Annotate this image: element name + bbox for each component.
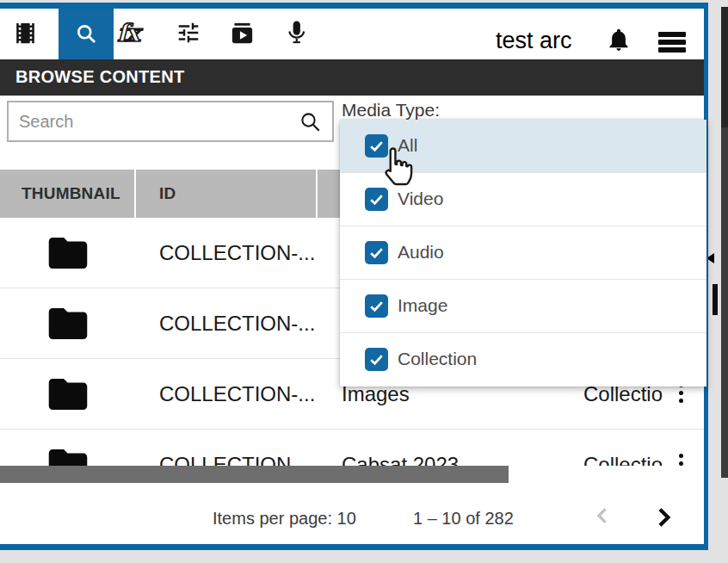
bell-icon — [606, 40, 632, 55]
effects-button[interactable]: fx — [117, 19, 139, 47]
previous-page-button[interactable] — [590, 504, 614, 531]
notifications-button[interactable] — [606, 27, 632, 56]
media-type-option-all[interactable]: All — [340, 120, 706, 173]
folder-icon — [45, 302, 91, 349]
search-tab-active[interactable] — [59, 9, 114, 59]
toolbar: fx test arc — [0, 9, 704, 59]
option-label: Audio — [398, 242, 444, 263]
search-input[interactable] — [19, 106, 294, 137]
folder-icon — [45, 373, 91, 419]
column-header-thumbnail[interactable]: THUMBNAIL — [22, 184, 120, 203]
filters-button[interactable] — [176, 20, 201, 49]
media-type-option-audio[interactable]: Audio — [340, 226, 706, 280]
folder-icon — [45, 232, 91, 278]
column-header-id[interactable]: ID — [159, 184, 176, 203]
media-type-label: Media Type: — [342, 100, 440, 121]
items-per-page-label: Items per page: — [213, 509, 332, 528]
checkbox-checked-icon — [365, 294, 388, 318]
range-label: 1 – 10 of 282 — [413, 509, 514, 529]
media-type-option-collection[interactable]: Collection — [340, 333, 706, 387]
vertical-scrollbar-thumb[interactable] — [713, 284, 718, 315]
checkbox-checked-icon — [365, 134, 388, 158]
menu-button[interactable] — [658, 32, 686, 55]
option-label: Image — [398, 295, 447, 316]
items-per-page-value[interactable]: 10 — [337, 509, 356, 528]
media-type-option-image[interactable]: Image — [340, 280, 706, 333]
outer-scrollbar-segment[interactable] — [721, 7, 728, 127]
video-library-button[interactable] — [229, 20, 256, 50]
tune-sliders-icon — [176, 34, 201, 48]
search-magnifier-icon[interactable] — [299, 111, 322, 137]
option-label: All — [398, 135, 417, 156]
cell-id: COLLECTION-... — [159, 312, 315, 336]
film-strip-icon — [12, 34, 39, 49]
option-label: Collection — [398, 349, 477, 369]
fx-icon: fx — [117, 19, 139, 47]
checkbox-checked-icon — [365, 348, 388, 371]
window-border-bottom — [0, 544, 708, 550]
page-title: BROWSE CONTENT — [15, 67, 184, 87]
account-name: test arc — [496, 28, 572, 54]
search-field — [7, 101, 334, 142]
horizontal-scrollbar-thumb[interactable] — [0, 466, 509, 483]
cell-id: COLLECTION-... — [159, 382, 315, 406]
media-type-option-video[interactable]: Video — [340, 173, 706, 226]
browse-content-bar: BROWSE CONTENT — [0, 59, 704, 96]
next-page-button[interactable] — [650, 504, 677, 535]
chevron-right-icon — [650, 519, 677, 534]
column-divider — [316, 170, 318, 218]
voice-search-button[interactable] — [283, 19, 310, 49]
chevron-left-icon — [590, 516, 614, 530]
film-library-button[interactable] — [12, 20, 39, 50]
checkbox-checked-icon — [365, 241, 388, 264]
media-type-dropdown: All Video Audio Image Collection — [340, 120, 706, 387]
items-per-page: Items per page: 10 — [213, 509, 356, 529]
pagination-bar: Items per page: 10 1 – 10 of 282 — [0, 483, 704, 544]
horizontal-scrollbar[interactable] — [0, 466, 704, 483]
column-divider — [134, 170, 136, 218]
video-library-icon — [229, 34, 256, 49]
cell-id: COLLECTION-... — [159, 241, 315, 265]
hamburger-icon — [658, 32, 686, 53]
option-label: Video — [398, 189, 443, 209]
window-border-top — [0, 3, 708, 9]
microphone-icon — [283, 34, 310, 48]
checkbox-checked-icon — [365, 188, 388, 211]
row-menu-kebab-icon[interactable] — [675, 383, 687, 409]
